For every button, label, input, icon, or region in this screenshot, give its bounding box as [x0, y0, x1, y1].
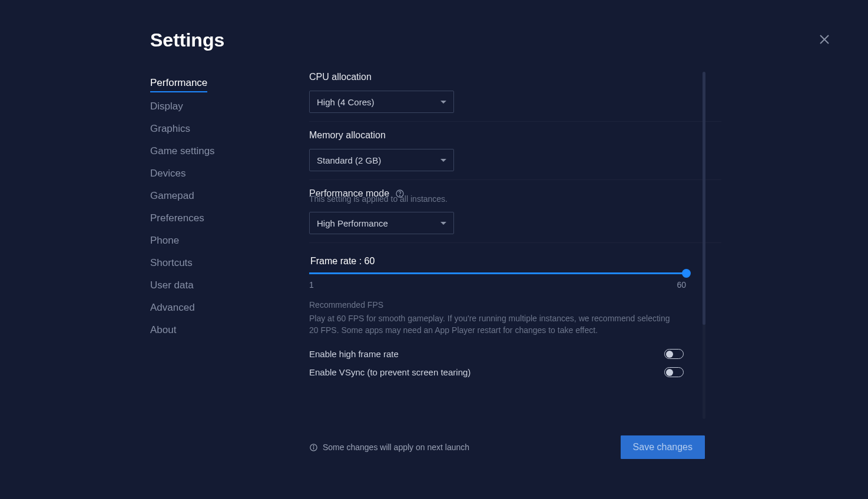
memory-allocation-label: Memory allocation: [309, 130, 721, 141]
sidebar-item-shortcuts[interactable]: Shortcuts: [150, 252, 193, 274]
chevron-down-icon: [440, 222, 446, 225]
settings-sidebar: Performance Display Graphics Game settin…: [150, 72, 309, 425]
performance-mode-note: This setting is applied to all instances…: [309, 194, 721, 204]
slider-min: 1: [309, 280, 314, 290]
toggle-knob: [666, 369, 673, 376]
enable-high-frame-rate-toggle[interactable]: [664, 349, 684, 359]
sidebar-item-performance[interactable]: Performance: [150, 72, 207, 92]
cpu-allocation-label: CPU allocation: [309, 72, 721, 82]
toggle-knob: [666, 351, 673, 358]
chevron-down-icon: [440, 101, 446, 104]
sidebar-item-graphics[interactable]: Graphics: [150, 118, 190, 140]
enable-high-frame-rate-label: Enable high frame rate: [309, 349, 399, 359]
memory-allocation-value: Standard (2 GB): [317, 155, 381, 165]
recommended-fps-body: Play at 60 FPS for smooth gameplay. If y…: [309, 313, 674, 336]
cpu-allocation-select[interactable]: High (4 Cores): [309, 91, 454, 113]
performance-mode-select[interactable]: High Performance: [309, 212, 454, 234]
sidebar-item-game-settings[interactable]: Game settings: [150, 140, 215, 162]
sidebar-item-devices[interactable]: Devices: [150, 162, 185, 185]
sidebar-item-phone[interactable]: Phone: [150, 229, 179, 252]
slider-thumb[interactable]: [682, 269, 691, 278]
sidebar-item-user-data[interactable]: User data: [150, 274, 194, 297]
scrollbar[interactable]: [703, 72, 705, 419]
svg-point-6: [313, 445, 314, 446]
scrollbar-thumb[interactable]: [703, 72, 705, 325]
performance-mode-value: High Performance: [317, 218, 388, 228]
recommended-fps-title: Recommended FPS: [309, 300, 721, 310]
info-icon: [309, 443, 318, 452]
close-icon[interactable]: [817, 32, 831, 46]
page-title: Settings: [150, 29, 868, 51]
sidebar-item-about[interactable]: About: [150, 319, 176, 341]
cpu-allocation-value: High (4 Cores): [317, 97, 375, 107]
chevron-down-icon: [440, 159, 446, 162]
enable-vsync-label: Enable VSync (to prevent screen tearing): [309, 367, 471, 377]
sidebar-item-gamepad[interactable]: Gamepad: [150, 185, 194, 207]
sidebar-item-preferences[interactable]: Preferences: [150, 207, 204, 229]
footer-note: Some changes will apply on next launch: [323, 443, 469, 452]
memory-allocation-select[interactable]: Standard (2 GB): [309, 149, 454, 171]
frame-rate-slider[interactable]: [309, 272, 686, 274]
sidebar-item-display[interactable]: Display: [150, 95, 183, 118]
sidebar-item-advanced[interactable]: Advanced: [150, 297, 195, 319]
frame-rate-label: Frame rate : 60: [310, 256, 721, 267]
save-changes-button[interactable]: Save changes: [621, 435, 705, 459]
enable-vsync-toggle[interactable]: [664, 367, 684, 377]
slider-max: 60: [677, 280, 686, 290]
